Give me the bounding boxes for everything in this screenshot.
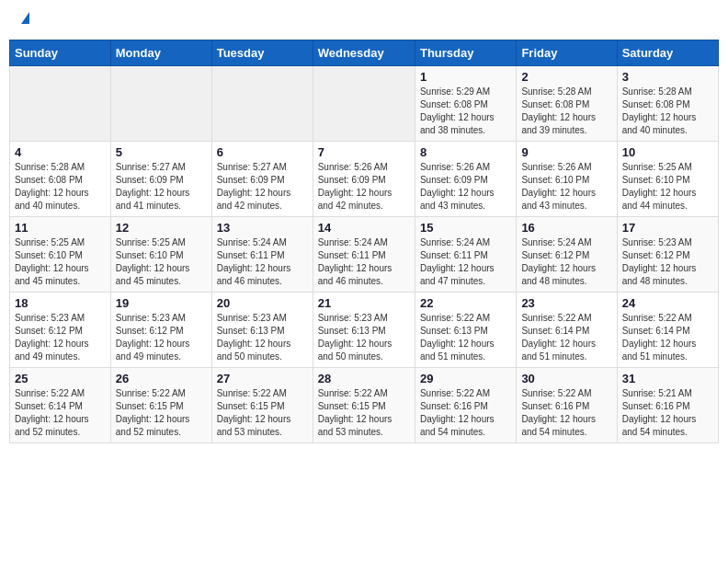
calendar-week-row: 25Sunrise: 5:22 AM Sunset: 6:14 PM Dayli… <box>10 368 719 443</box>
day-number: 13 <box>217 221 308 235</box>
calendar-cell: 31Sunrise: 5:21 AM Sunset: 6:16 PM Dayli… <box>617 368 718 443</box>
calendar-cell: 24Sunrise: 5:22 AM Sunset: 6:14 PM Dayli… <box>617 293 718 368</box>
day-number: 21 <box>318 296 410 310</box>
calendar-cell: 4Sunrise: 5:28 AM Sunset: 6:08 PM Daylig… <box>10 142 111 217</box>
day-info: Sunrise: 5:22 AM Sunset: 6:13 PM Dayligh… <box>420 312 511 363</box>
day-number: 12 <box>116 221 207 235</box>
calendar-cell: 6Sunrise: 5:27 AM Sunset: 6:09 PM Daylig… <box>211 142 313 217</box>
day-number: 10 <box>622 145 713 159</box>
day-number: 11 <box>15 221 106 235</box>
day-info: Sunrise: 5:24 AM Sunset: 6:11 PM Dayligh… <box>217 236 308 288</box>
day-info: Sunrise: 5:23 AM Sunset: 6:12 PM Dayligh… <box>116 312 207 363</box>
day-number: 16 <box>521 221 611 235</box>
calendar-week-row: 1Sunrise: 5:29 AM Sunset: 6:08 PM Daylig… <box>10 66 719 142</box>
weekday-header-wednesday: Wednesday <box>313 40 415 66</box>
calendar-cell: 23Sunrise: 5:22 AM Sunset: 6:14 PM Dayli… <box>517 293 617 368</box>
day-number: 23 <box>521 296 611 310</box>
calendar-cell: 8Sunrise: 5:26 AM Sunset: 6:09 PM Daylig… <box>415 142 516 217</box>
calendar-cell <box>313 66 415 142</box>
calendar-week-row: 18Sunrise: 5:23 AM Sunset: 6:12 PM Dayli… <box>10 293 719 368</box>
day-number: 22 <box>420 296 511 310</box>
day-number: 24 <box>622 296 713 310</box>
calendar-cell: 29Sunrise: 5:22 AM Sunset: 6:16 PM Dayli… <box>415 368 516 443</box>
calendar-cell: 2Sunrise: 5:28 AM Sunset: 6:08 PM Daylig… <box>517 66 617 142</box>
day-number: 31 <box>622 372 713 385</box>
day-info: Sunrise: 5:25 AM Sunset: 6:10 PM Dayligh… <box>622 161 713 213</box>
weekday-header-thursday: Thursday <box>415 40 516 66</box>
day-info: Sunrise: 5:24 AM Sunset: 6:11 PM Dayligh… <box>420 236 511 288</box>
calendar-week-row: 4Sunrise: 5:28 AM Sunset: 6:08 PM Daylig… <box>10 142 719 217</box>
day-info: Sunrise: 5:22 AM Sunset: 6:14 PM Dayligh… <box>15 387 106 439</box>
weekday-header-sunday: Sunday <box>10 40 111 66</box>
day-info: Sunrise: 5:29 AM Sunset: 6:08 PM Dayligh… <box>420 86 511 137</box>
day-info: Sunrise: 5:26 AM Sunset: 6:10 PM Dayligh… <box>521 161 611 213</box>
day-number: 9 <box>521 145 611 159</box>
calendar-cell: 7Sunrise: 5:26 AM Sunset: 6:09 PM Daylig… <box>313 142 415 217</box>
day-info: Sunrise: 5:21 AM Sunset: 6:16 PM Dayligh… <box>622 387 713 439</box>
day-info: Sunrise: 5:25 AM Sunset: 6:10 PM Dayligh… <box>116 236 207 288</box>
day-info: Sunrise: 5:22 AM Sunset: 6:16 PM Dayligh… <box>521 387 611 439</box>
day-number: 7 <box>318 145 410 159</box>
day-info: Sunrise: 5:26 AM Sunset: 6:09 PM Dayligh… <box>318 161 410 213</box>
day-info: Sunrise: 5:23 AM Sunset: 6:12 PM Dayligh… <box>15 312 106 363</box>
calendar-cell: 22Sunrise: 5:22 AM Sunset: 6:13 PM Dayli… <box>415 293 516 368</box>
day-number: 20 <box>217 296 308 310</box>
calendar-cell: 12Sunrise: 5:25 AM Sunset: 6:10 PM Dayli… <box>110 217 211 293</box>
logo-triangle-icon <box>21 12 29 24</box>
calendar-cell: 26Sunrise: 5:22 AM Sunset: 6:15 PM Dayli… <box>110 368 211 443</box>
calendar-cell <box>110 66 211 142</box>
calendar-cell: 19Sunrise: 5:23 AM Sunset: 6:12 PM Dayli… <box>110 293 211 368</box>
day-info: Sunrise: 5:22 AM Sunset: 6:15 PM Dayligh… <box>217 387 308 439</box>
day-number: 30 <box>521 372 611 385</box>
calendar-cell: 17Sunrise: 5:23 AM Sunset: 6:12 PM Dayli… <box>617 217 718 293</box>
day-number: 8 <box>420 145 511 159</box>
calendar-cell: 18Sunrise: 5:23 AM Sunset: 6:12 PM Dayli… <box>10 293 111 368</box>
day-info: Sunrise: 5:28 AM Sunset: 6:08 PM Dayligh… <box>521 86 611 137</box>
day-info: Sunrise: 5:24 AM Sunset: 6:12 PM Dayligh… <box>521 236 611 288</box>
day-info: Sunrise: 5:22 AM Sunset: 6:14 PM Dayligh… <box>521 312 611 363</box>
day-info: Sunrise: 5:27 AM Sunset: 6:09 PM Dayligh… <box>217 161 308 213</box>
calendar-cell <box>10 66 111 142</box>
day-number: 14 <box>318 221 410 235</box>
calendar-cell: 1Sunrise: 5:29 AM Sunset: 6:08 PM Daylig… <box>415 66 516 142</box>
day-number: 2 <box>521 70 611 84</box>
calendar-cell: 20Sunrise: 5:23 AM Sunset: 6:13 PM Dayli… <box>211 293 313 368</box>
day-info: Sunrise: 5:22 AM Sunset: 6:15 PM Dayligh… <box>116 387 207 439</box>
calendar-header-row: SundayMondayTuesdayWednesdayThursdayFrid… <box>10 40 719 66</box>
day-number: 19 <box>116 296 207 310</box>
calendar-cell: 27Sunrise: 5:22 AM Sunset: 6:15 PM Dayli… <box>211 368 313 443</box>
page-header <box>9 9 719 30</box>
weekday-header-saturday: Saturday <box>617 40 718 66</box>
day-number: 6 <box>217 145 308 159</box>
calendar-cell: 13Sunrise: 5:24 AM Sunset: 6:11 PM Dayli… <box>211 217 313 293</box>
day-info: Sunrise: 5:23 AM Sunset: 6:13 PM Dayligh… <box>217 312 308 363</box>
calendar-cell <box>211 66 313 142</box>
day-number: 15 <box>420 221 511 235</box>
calendar-cell: 14Sunrise: 5:24 AM Sunset: 6:11 PM Dayli… <box>313 217 415 293</box>
calendar-cell: 9Sunrise: 5:26 AM Sunset: 6:10 PM Daylig… <box>517 142 617 217</box>
calendar-cell: 11Sunrise: 5:25 AM Sunset: 6:10 PM Dayli… <box>10 217 111 293</box>
day-number: 28 <box>318 372 410 385</box>
calendar-cell: 16Sunrise: 5:24 AM Sunset: 6:12 PM Dayli… <box>517 217 617 293</box>
day-info: Sunrise: 5:22 AM Sunset: 6:15 PM Dayligh… <box>318 387 410 439</box>
calendar-cell: 25Sunrise: 5:22 AM Sunset: 6:14 PM Dayli… <box>10 368 111 443</box>
day-number: 25 <box>15 372 106 385</box>
day-info: Sunrise: 5:23 AM Sunset: 6:13 PM Dayligh… <box>318 312 410 363</box>
day-number: 5 <box>116 145 207 159</box>
weekday-header-tuesday: Tuesday <box>211 40 313 66</box>
day-number: 29 <box>420 372 511 385</box>
calendar-table: SundayMondayTuesdayWednesdayThursdayFrid… <box>9 40 719 443</box>
calendar-cell: 30Sunrise: 5:22 AM Sunset: 6:16 PM Dayli… <box>517 368 617 443</box>
day-info: Sunrise: 5:25 AM Sunset: 6:10 PM Dayligh… <box>15 236 106 288</box>
weekday-header-monday: Monday <box>110 40 211 66</box>
calendar-cell: 3Sunrise: 5:28 AM Sunset: 6:08 PM Daylig… <box>617 66 718 142</box>
day-info: Sunrise: 5:28 AM Sunset: 6:08 PM Dayligh… <box>15 161 106 213</box>
day-info: Sunrise: 5:24 AM Sunset: 6:11 PM Dayligh… <box>318 236 410 288</box>
calendar-cell: 10Sunrise: 5:25 AM Sunset: 6:10 PM Dayli… <box>617 142 718 217</box>
weekday-header-friday: Friday <box>517 40 617 66</box>
day-number: 17 <box>622 221 713 235</box>
day-info: Sunrise: 5:22 AM Sunset: 6:14 PM Dayligh… <box>622 312 713 363</box>
calendar-cell: 5Sunrise: 5:27 AM Sunset: 6:09 PM Daylig… <box>110 142 211 217</box>
day-info: Sunrise: 5:26 AM Sunset: 6:09 PM Dayligh… <box>420 161 511 213</box>
day-number: 27 <box>217 372 308 385</box>
